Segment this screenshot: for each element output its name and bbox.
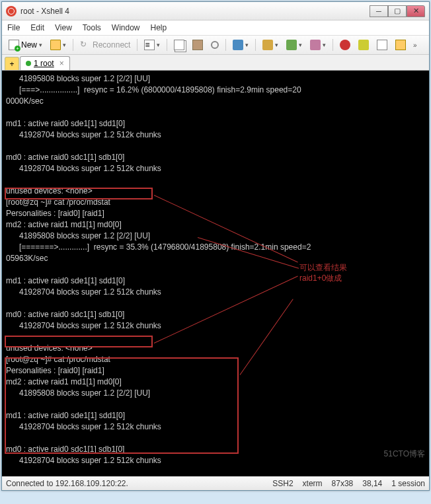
tool3-icon: [310, 40, 321, 50]
copy-icon: [174, 40, 184, 50]
color-button[interactable]: ▾: [230, 38, 251, 52]
color-icon: [233, 40, 243, 50]
app-icon: [6, 6, 17, 17]
paste-icon: [192, 40, 203, 50]
terminal-line: md1 : active raid0 sde1[1] sdd1[0]: [6, 276, 125, 285]
tool5-button[interactable]: [356, 38, 372, 52]
separator: [255, 39, 256, 51]
terminal-line: 41928704 blocks super 1.2 512k chunks: [6, 164, 161, 173]
terminal-line: 41895808 blocks super 1.2 [2/2] [UU]: [6, 231, 150, 240]
tool5-icon: [358, 40, 369, 50]
connected-icon: [26, 61, 31, 66]
terminal-line: 41928704 blocks super 1.2 512k chunks: [6, 456, 161, 465]
open-button[interactable]: ▾: [48, 38, 69, 52]
tool6-button[interactable]: [374, 38, 390, 52]
tab-root[interactable]: 1 root ×: [20, 56, 70, 70]
properties-icon: ≡: [144, 40, 155, 50]
reconnect-icon: ↻: [80, 40, 91, 50]
annotation-text: 可以查看结果raid1+0做成: [299, 262, 347, 283]
annotation-arrow: [154, 195, 298, 262]
separator: [137, 39, 137, 51]
terminal-line: md1 : active raid0 sde1[1] sdd1[0]: [6, 119, 125, 128]
terminal[interactable]: 41895808 blocks super 1.2 [2/2] [UU] [==…: [2, 71, 429, 476]
titlebar: root - Xshell 4 ─ ▢ ✕: [2, 2, 429, 20]
terminal-line: 41928704 blocks super 1.2 512k chunks: [6, 287, 161, 297]
close-button[interactable]: ✕: [407, 5, 425, 17]
record-icon: [340, 40, 350, 50]
menu-file[interactable]: File: [7, 23, 20, 32]
menu-help[interactable]: Help: [151, 23, 167, 32]
tab-label: 1 root: [34, 59, 54, 68]
paste-button[interactable]: [190, 38, 206, 52]
tool2-button[interactable]: ▾: [284, 38, 305, 52]
separator: [333, 39, 333, 51]
lock-icon: [395, 40, 406, 50]
tool6-icon: [377, 40, 387, 50]
terminal-line: 41928704 blocks super 1.2 512k chunks: [6, 130, 161, 139]
menubar: File Edit View Tools Window Help: [2, 20, 429, 36]
separator: [225, 39, 226, 51]
new-label: New: [21, 40, 37, 50]
menu-edit[interactable]: Edit: [30, 23, 44, 32]
reconnect-label: Reconnect: [93, 40, 130, 50]
tool1-button[interactable]: ▾: [260, 38, 281, 52]
new-tab-button[interactable]: +: [5, 57, 19, 70]
terminal-line: 41895808 blocks super 1.2 [2/2] [UU]: [6, 74, 150, 83]
menu-view[interactable]: View: [55, 23, 72, 32]
annotation-arrow: [154, 276, 298, 343]
annotation-box: [5, 357, 239, 454]
terminal-line: md0 : active raid0 sdc1[1] sdb1[0]: [6, 153, 124, 162]
toolbar-overflow[interactable]: »: [411, 42, 418, 49]
watermark: 51CTO博客: [384, 449, 425, 459]
tool7-button[interactable]: [393, 38, 409, 52]
search-icon: [211, 41, 219, 49]
separator: [167, 39, 167, 51]
terminal-line: [===>.................] resync = 16.2% (…: [6, 85, 301, 94]
separator: [73, 39, 73, 51]
find-button[interactable]: [208, 40, 221, 50]
status-sessions: 1 session: [391, 479, 425, 488]
status-size: 87x38: [332, 479, 354, 488]
new-button[interactable]: New▾: [6, 38, 45, 52]
toolbar: New▾ ▾ ↻Reconnect ≡▾ ▾ ▾ ▾ ▾ »: [2, 36, 429, 55]
window-title: root - Xshell 4: [20, 7, 370, 16]
terminal-line: md0 : active raid0 sdc1[1] sdb1[0]: [6, 310, 124, 319]
tool3-button[interactable]: ▾: [307, 38, 329, 52]
status-connection: Connected to 192.168.109.120:22.: [6, 479, 263, 488]
tool4-button[interactable]: [337, 38, 353, 52]
properties-button[interactable]: ≡▾: [141, 38, 163, 52]
tabstrip: + 1 root ×: [2, 55, 429, 71]
minimize-button[interactable]: ─: [370, 5, 388, 17]
status-cursor-pos: 38,14: [362, 479, 382, 488]
copy-button[interactable]: [171, 38, 187, 52]
terminal-line: 0000K/sec: [6, 96, 44, 106]
annotation-arrow: [240, 299, 294, 375]
status-termtype: xterm: [303, 479, 323, 488]
terminal-line: Personalities : [raid0] [raid1]: [6, 209, 104, 218]
reconnect-button[interactable]: ↻Reconnect: [77, 38, 133, 52]
tool1-icon: [262, 40, 273, 50]
tab-close-icon[interactable]: ×: [59, 59, 64, 68]
terminal-line: 05963K/sec: [6, 254, 48, 263]
annotation-box: [5, 336, 153, 347]
menu-tools[interactable]: Tools: [83, 23, 101, 32]
status-protocol: SSH2: [272, 479, 293, 488]
statusbar: Connected to 192.168.109.120:22. SSH2 xt…: [2, 476, 429, 490]
globe-icon: [286, 40, 297, 50]
terminal-line: 41928704 blocks super 1.2 512k chunks: [6, 321, 161, 330]
menu-window[interactable]: Window: [112, 23, 140, 32]
maximize-button[interactable]: ▢: [388, 5, 407, 17]
folder-open-icon: [50, 40, 61, 50]
terminal-line: md2 : active raid1 md1[1] md0[0]: [6, 220, 122, 229]
annotation-box: [5, 188, 153, 199]
new-icon: [9, 40, 19, 50]
